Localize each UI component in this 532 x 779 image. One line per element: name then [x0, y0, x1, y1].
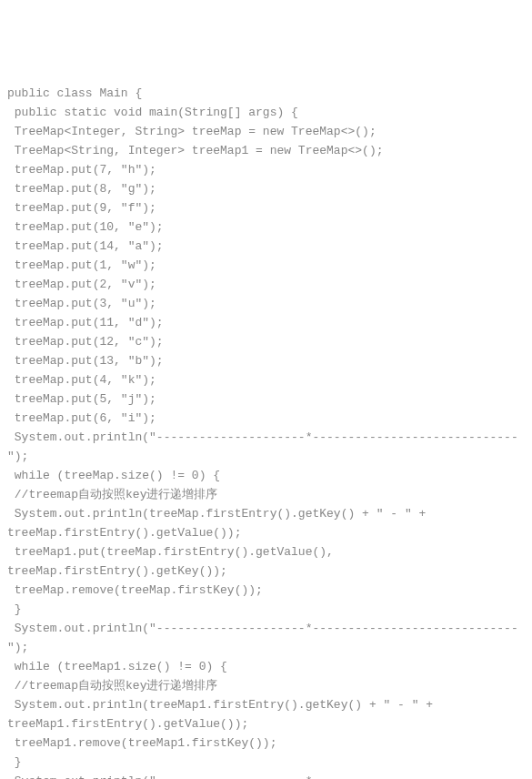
code-line: treeMap.put(4, "k");: [7, 370, 525, 390]
code-line: System.out.println(treeMap.firstEntry().…: [7, 504, 525, 542]
code-line: treeMap.put(3, "u");: [7, 294, 525, 313]
code-line: treeMap.put(6, "i");: [7, 409, 525, 428]
code-line: treeMap.put(12, "c");: [7, 332, 525, 351]
code-line: treeMap.put(1, "w");: [7, 256, 525, 275]
code-line: treeMap.put(10, "e");: [7, 218, 525, 237]
code-line: treeMap.remove(treeMap.firstKey());: [7, 581, 525, 600]
code-line: //treemap自动按照key进行递增排序: [7, 485, 525, 504]
code-line: //treemap自动按照key进行递增排序: [7, 676, 525, 695]
code-line: treeMap1.put(treeMap.firstEntry().getVal…: [7, 542, 525, 581]
code-line: treeMap.put(5, "j");: [7, 390, 525, 409]
code-line: treeMap.put(8, "g");: [7, 179, 525, 198]
code-line: treeMap.put(13, "b");: [7, 351, 525, 370]
code-line: while (treeMap.size() != 0) {: [7, 466, 525, 485]
code-line: public static void main(String[] args) {: [7, 103, 525, 122]
code-line: treeMap.put(9, "f");: [7, 198, 525, 218]
code-line: treeMap.put(2, "v");: [7, 275, 525, 294]
code-line: System.out.println(treeMap1.firstEntry()…: [7, 695, 525, 733]
code-line: TreeMap<Integer, String> treeMap = new T…: [7, 122, 525, 141]
code-line: }: [7, 753, 525, 772]
code-line: }: [7, 600, 525, 619]
code-line: treeMap.put(7, "h");: [7, 160, 525, 179]
code-line: public class Main {: [7, 84, 525, 103]
code-line: treeMap.put(11, "d");: [7, 313, 525, 332]
code-block: public class Main { public static void m…: [7, 84, 525, 779]
code-line: while (treeMap1.size() != 0) {: [7, 657, 525, 676]
code-line: TreeMap<String, Integer> treeMap1 = new …: [7, 141, 525, 160]
code-line: treeMap1.remove(treeMap1.firstKey());: [7, 733, 525, 753]
code-line: System.out.println("--------------------…: [7, 428, 525, 466]
code-line: treeMap.put(14, "a");: [7, 237, 525, 256]
code-line: System.out.println("--------------------…: [7, 772, 525, 779]
code-line: System.out.println("--------------------…: [7, 619, 525, 657]
